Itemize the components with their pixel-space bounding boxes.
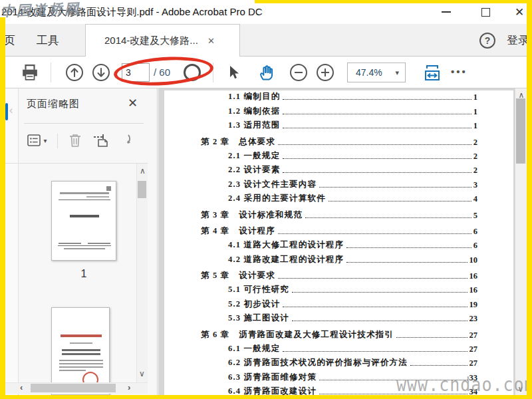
toc-entry-page: 2: [473, 152, 477, 164]
sign-in-button[interactable]: 登录: [507, 24, 529, 57]
horizontal-scrollbar-thumb[interactable]: [31, 384, 116, 392]
toc-entry-label: 4.2 道路改建工程的设计程序: [228, 254, 344, 267]
toc-entry: 第 4 章 设计程序 6: [201, 225, 477, 239]
toc-entry-page: 1: [473, 92, 477, 104]
thumb1-text-line: [88, 243, 110, 244]
toc-entry: 1.3 适用范围 1: [201, 119, 477, 133]
close-panel-icon[interactable]: ✕: [128, 96, 138, 110]
tab-bar: [0, 24, 532, 57]
toc-entry-page: 6: [473, 241, 477, 253]
toc-leader-dots: [283, 172, 471, 173]
more-tools-button[interactable]: •••: [451, 57, 467, 88]
tab-document[interactable]: 2014-改建及大修路... ✕: [85, 24, 240, 57]
zoom-out-button[interactable]: [287, 57, 310, 88]
toc-leader-dots: [410, 365, 467, 366]
page-thumbnail-1[interactable]: [51, 181, 116, 261]
help-icon: ?: [485, 35, 491, 46]
scroll-down-icon[interactable]: ∨: [136, 369, 148, 378]
toc-entry-page: 10: [469, 255, 478, 267]
extract-pages-icon: [93, 134, 108, 147]
toc-entry-label: 1.2 编制依据: [228, 106, 280, 119]
thumb1-logo: [106, 186, 111, 191]
toc-entry: 2.4 采用的主要计算软件 4: [201, 192, 477, 206]
zoom-in-button[interactable]: [314, 57, 336, 88]
toc-leader-dots: [319, 187, 471, 188]
scroll-up-icon[interactable]: ∧: [137, 166, 148, 176]
collapse-panel-icon[interactable]: ‹: [9, 104, 13, 116]
delete-pages-button[interactable]: [66, 132, 84, 149]
zoom-level-value: 47.4%: [348, 67, 395, 78]
toc-entry-page: 3: [473, 180, 477, 192]
toc-entry: 5.1 可行性研究 16: [201, 283, 477, 297]
thumb1-text-line: [64, 248, 105, 249]
thumb1-rule: [59, 200, 110, 200]
active-panel-indicator: [5, 103, 8, 120]
maximize-button[interactable]: [470, 0, 501, 24]
screenshot-border: [0, 17, 5, 399]
toc-entry: 4.1 道路大修工程的设计程序 6: [201, 239, 477, 253]
fit-width-icon: [423, 63, 442, 82]
toc-entry-label: 5.1 可行性研究: [228, 284, 289, 297]
toc-entry-label: 2.4 采用的主要计算软件: [228, 193, 326, 206]
toc-entry-label: 2.3 设计文件主要内容: [228, 179, 317, 192]
extract-pages-button[interactable]: [92, 132, 109, 149]
toc-entry-page: 27: [469, 358, 478, 370]
tab-tools[interactable]: 工具: [37, 24, 59, 57]
toc-entry-label: 5.2 初步设计: [228, 299, 280, 312]
thumb1-text-line: [86, 196, 109, 198]
thumb1-text-line: [59, 243, 81, 244]
toc-entry-label: 第 3 章 设计标准和规范: [201, 209, 303, 223]
arrow-down-circle-icon: [92, 63, 110, 82]
thumb2-text-line: [59, 363, 103, 364]
toc-entry: 1.1 编制目的 1: [201, 90, 477, 104]
rotate-icon: [120, 134, 132, 147]
thumb2-red-heading: [61, 334, 102, 337]
thumbnails-scrollbar-thumb[interactable]: [138, 181, 146, 198]
toc-leader-dots: [346, 247, 471, 248]
toc-entry-page: 19: [469, 300, 478, 312]
document-scrollbar-thumb[interactable]: [516, 98, 525, 164]
minus-circle-icon: [289, 63, 308, 82]
hand-tool-button[interactable]: [254, 57, 278, 88]
zoom-level-dropdown[interactable]: 47.4% ▾: [347, 63, 406, 82]
help-button[interactable]: ?: [479, 33, 495, 49]
toolbar-divider: [51, 63, 51, 82]
thumb2-text-line: [59, 366, 103, 368]
scroll-right-icon[interactable]: ›: [128, 382, 130, 394]
minimize-icon: [442, 11, 451, 13]
screenshot-border: [255, 0, 532, 3]
minimize-button[interactable]: [431, 0, 462, 24]
toc-leader-dots: [278, 233, 471, 234]
select-tool-button[interactable]: [223, 57, 243, 88]
thumb2-text-line: [62, 349, 100, 351]
toc-entry: 2.1 一般规定 2: [201, 150, 477, 164]
toc-leader-dots: [396, 337, 467, 338]
toc-entry: 6.1 一般规定 27: [201, 342, 477, 356]
toc-leader-dots: [305, 217, 471, 218]
toc-entry-page: 6: [473, 227, 477, 239]
toc-entry-page: 16: [469, 271, 478, 283]
toc-entry-label: 1.3 适用范围: [228, 120, 280, 133]
rotate-pages-button[interactable]: [117, 132, 134, 149]
thumbnail-options-button[interactable]: ▾: [25, 132, 49, 149]
toc-entry: 5.2 初步设计 19: [201, 297, 477, 311]
toc-entry-page: 23: [469, 314, 478, 326]
toc-entry-label: 6.3 沥青路面维修对策: [228, 372, 317, 385]
toc-leader-dots: [283, 128, 471, 128]
page-thumbnail-1-label: 1: [51, 268, 116, 280]
toc-entry-page: 2: [473, 166, 477, 178]
maximize-icon: [481, 8, 490, 17]
next-page-button[interactable]: [90, 57, 112, 88]
cursor-arrow-icon: [225, 65, 241, 80]
tab-home[interactable]: 页: [4, 24, 15, 57]
panel-divider: [24, 123, 144, 124]
close-document-icon[interactable]: ✕: [207, 36, 215, 46]
toc-entry-label: 第 5 章 设计要求: [201, 270, 275, 283]
previous-page-button[interactable]: [64, 57, 85, 88]
thumb2-text-line: [59, 360, 103, 361]
toc-entry-page: 27: [469, 331, 478, 342]
fit-width-button[interactable]: [420, 57, 444, 88]
print-button[interactable]: [19, 57, 41, 88]
toc-entry: 5.3 施工图设计 23: [201, 312, 477, 326]
scroll-left-icon[interactable]: ‹: [20, 382, 23, 394]
